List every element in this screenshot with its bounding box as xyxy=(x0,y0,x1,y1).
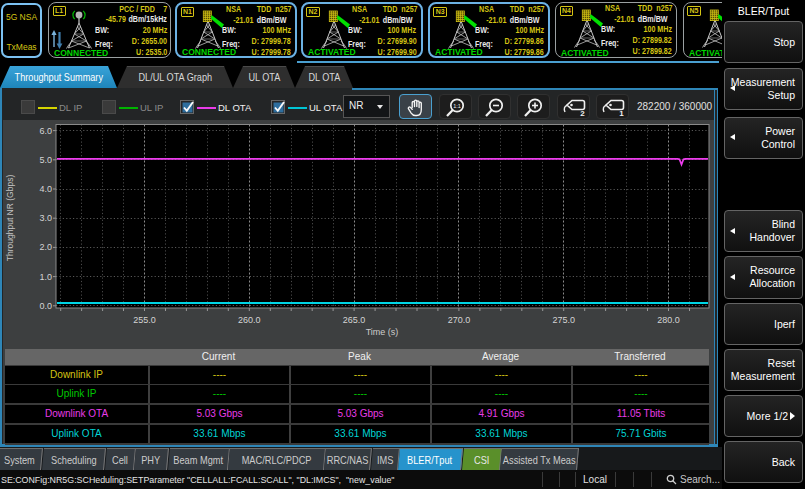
svg-text:2: 2 xyxy=(580,109,585,118)
svg-text:3.0: 3.0 xyxy=(39,213,52,223)
svg-text:280.0: 280.0 xyxy=(657,315,680,325)
svg-text:260.0: 260.0 xyxy=(238,315,261,325)
svg-text:1:1: 1:1 xyxy=(453,103,461,109)
svg-text:Throughput NR (Gbps): Throughput NR (Gbps) xyxy=(5,175,15,262)
svg-text:4.0: 4.0 xyxy=(39,184,52,194)
svg-text:1: 1 xyxy=(619,109,624,118)
svg-text:0.0: 0.0 xyxy=(39,301,52,311)
svg-text:6.0: 6.0 xyxy=(39,126,52,136)
svg-text:265.0: 265.0 xyxy=(343,315,366,325)
svg-text:Time (s): Time (s) xyxy=(366,327,399,337)
svg-text:275.0: 275.0 xyxy=(552,315,575,325)
svg-text:255.0: 255.0 xyxy=(133,315,156,325)
svg-text:2.0: 2.0 xyxy=(39,242,52,252)
svg-text:1.0: 1.0 xyxy=(39,272,52,282)
svg-text:270.0: 270.0 xyxy=(448,315,471,325)
svg-text:5.0: 5.0 xyxy=(39,155,52,165)
